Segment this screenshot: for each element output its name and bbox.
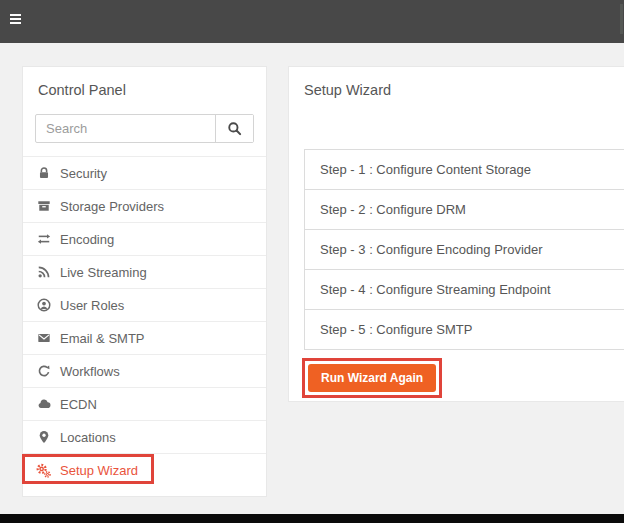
bottom-bar <box>0 514 624 523</box>
hamburger-icon[interactable] <box>10 14 21 26</box>
sidebar-item-workflows[interactable]: Workflows <box>23 354 266 387</box>
recycle-icon <box>36 364 51 379</box>
sidebar-item-security[interactable]: Security <box>23 156 266 189</box>
sidebar-item-label: Locations <box>60 430 116 445</box>
envelope-icon <box>36 331 51 346</box>
setup-wizard-panel: Setup Wizard Step - 1 : Configure Conten… <box>288 66 624 402</box>
wizard-steps-list: Step - 1 : Configure Content Storage Ste… <box>304 149 624 350</box>
wizard-step-5[interactable]: Step - 5 : Configure SMTP <box>305 309 624 349</box>
page-title: Setup Wizard <box>289 67 624 99</box>
sidebar-menu: Security Storage Providers <box>23 156 266 486</box>
sidebar-item-label: Email & SMTP <box>60 331 145 346</box>
rss-icon <box>36 265 51 280</box>
exchange-icon <box>36 232 51 247</box>
top-navbar <box>0 0 624 43</box>
run-wizard-again-button[interactable]: Run Wizard Again <box>308 364 436 392</box>
cloud-icon <box>36 397 51 412</box>
annotation-box-run-wizard: Run Wizard Again <box>302 358 442 398</box>
sidebar-item-label: Live Streaming <box>60 265 147 280</box>
wizard-step-2[interactable]: Step - 2 : Configure DRM <box>305 189 624 229</box>
user-circle-icon <box>36 298 51 313</box>
sidebar-title: Control Panel <box>23 67 266 99</box>
search-input[interactable] <box>36 115 215 142</box>
sidebar-item-label: ECDN <box>60 397 97 412</box>
search-box <box>35 114 254 143</box>
search-icon <box>227 121 242 136</box>
sidebar-item-setup-wizard[interactable]: Setup Wizard <box>23 453 266 486</box>
sidebar-item-storage-providers[interactable]: Storage Providers <box>23 189 266 222</box>
search-button[interactable] <box>215 115 253 142</box>
sidebar-item-ecdn[interactable]: ECDN <box>23 387 266 420</box>
wizard-step-3[interactable]: Step - 3 : Configure Encoding Provider <box>305 229 624 269</box>
lock-icon <box>36 166 51 181</box>
sidebar-item-label: Security <box>60 166 107 181</box>
scrollbar-thumb[interactable] <box>620 4 623 34</box>
gears-icon <box>36 463 51 478</box>
sidebar-item-email-smtp[interactable]: Email & SMTP <box>23 321 266 354</box>
sidebar-item-label: User Roles <box>60 298 124 313</box>
wizard-step-4[interactable]: Step - 4 : Configure Streaming Endpoint <box>305 269 624 309</box>
wizard-step-1[interactable]: Step - 1 : Configure Content Storage <box>305 150 624 189</box>
sidebar-item-label: Workflows <box>60 364 120 379</box>
control-panel-sidebar: Control Panel Security <box>22 66 267 497</box>
sidebar-item-locations[interactable]: Locations <box>23 420 266 453</box>
sidebar-item-label: Storage Providers <box>60 199 164 214</box>
sidebar-item-label: Encoding <box>60 232 114 247</box>
map-marker-icon <box>36 430 51 445</box>
sidebar-item-label: Setup Wizard <box>60 463 138 478</box>
archive-icon <box>36 199 51 214</box>
sidebar-item-user-roles[interactable]: User Roles <box>23 288 266 321</box>
sidebar-item-live-streaming[interactable]: Live Streaming <box>23 255 266 288</box>
sidebar-item-encoding[interactable]: Encoding <box>23 222 266 255</box>
